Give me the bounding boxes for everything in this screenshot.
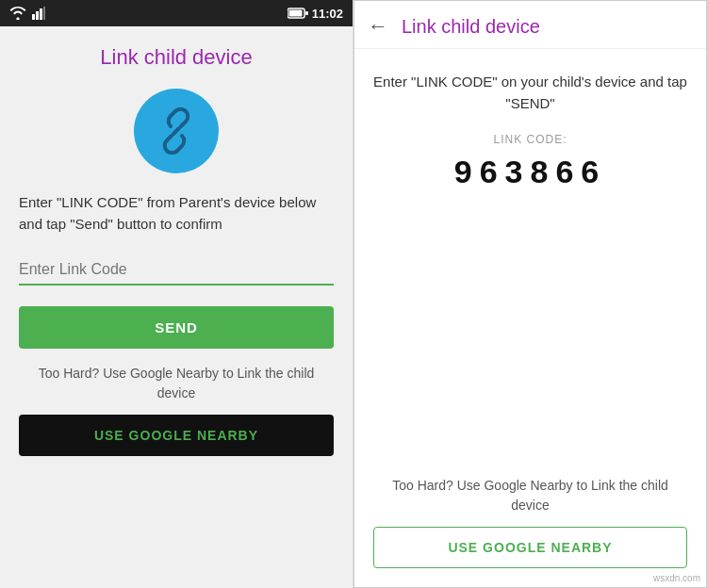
right-panel: ← Link child device Enter "LINK CODE" on… [354,0,707,588]
left-main-content: Link child device Enter "LINK CODE" from… [0,26,353,588]
status-bar: 11:02 [0,0,353,26]
watermark: wsxdn.com [653,573,700,583]
right-page-title: Link child device [402,16,540,38]
battery-icon [288,8,308,19]
status-time: 11:02 [312,7,343,21]
send-button[interactable]: SEND [19,306,334,349]
right-bottom-section: Too Hard? Use Google Nearby to Link the … [354,466,706,587]
right-google-nearby-button[interactable]: USE GOOGLE NEARBY [373,527,687,568]
status-bar-left [9,7,45,20]
svg-rect-2 [40,8,42,20]
wifi-icon [9,7,26,20]
right-header: ← Link child device [354,1,706,49]
right-main-content: Enter "LINK CODE" on your child's device… [354,49,706,466]
status-bar-right: 11:02 [288,7,343,21]
link-icon-circle [134,89,219,173]
left-description: Enter "LINK CODE" from Parent's device b… [19,192,334,235]
right-too-hard-text: Too Hard? Use Google Nearby to Link the … [373,476,687,515]
chain-icon [153,107,200,155]
back-arrow-button[interactable]: ← [368,14,388,39]
left-too-hard-text: Too Hard? Use Google Nearby to Link the … [19,364,334,403]
svg-rect-5 [288,10,302,17]
svg-rect-1 [36,11,39,20]
signal-icon [32,7,45,20]
enter-code-instruction: Enter "LINK CODE" on your child's device… [373,72,687,114]
svg-rect-0 [32,14,35,20]
left-panel: 11:02 Link child device Enter "LINK CODE… [0,0,354,588]
left-google-nearby-button[interactable]: USE GOOGLE NEARBY [19,415,334,456]
link-code-label: LINK CODE: [493,133,567,146]
svg-rect-3 [43,7,45,20]
left-page-title: Link child device [100,45,252,70]
link-code-input[interactable] [19,255,334,286]
link-code-value: 963866 [454,154,606,190]
svg-rect-6 [305,11,308,15]
